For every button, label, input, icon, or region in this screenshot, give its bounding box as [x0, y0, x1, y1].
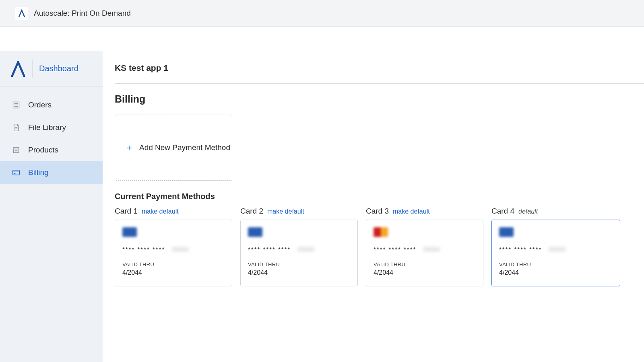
- app-logo-icon: [15, 7, 28, 20]
- card-brand-icon: [374, 227, 388, 237]
- payment-card-1: Card 1 make default **** **** **** 0000 …: [115, 207, 232, 286]
- secondary-bar: [0, 27, 644, 51]
- valid-thru-label: VALID THRU: [499, 261, 613, 267]
- card-body[interactable]: **** **** **** 0000 VALID THRU 4/2044: [366, 220, 483, 286]
- card-body[interactable]: **** **** **** 0000 VALID THRU 4/2044: [115, 220, 232, 286]
- top-app-bar: Autoscale: Print On Demand: [0, 0, 644, 27]
- card-title: Card 3: [366, 207, 389, 216]
- sidebar-item-label: File Library: [28, 123, 66, 132]
- add-payment-label: Add New Payment Method: [139, 143, 230, 152]
- list-icon: [11, 100, 21, 110]
- make-default-link[interactable]: make default: [267, 208, 304, 215]
- file-icon: [11, 123, 21, 132]
- storefront-icon: [11, 145, 21, 155]
- credit-card-icon: [11, 168, 21, 177]
- card-last4: 0000: [298, 246, 314, 253]
- default-badge: default: [518, 208, 538, 215]
- current-methods-title: Current Payment Methods: [115, 192, 644, 201]
- card-last4: 0000: [423, 246, 440, 253]
- add-payment-method-button[interactable]: ＋ Add New Payment Method: [115, 115, 232, 181]
- valid-thru-label: VALID THRU: [374, 261, 476, 267]
- section-title: Billing: [115, 93, 644, 105]
- brand-logo-icon: [9, 60, 27, 78]
- sidebar-item-products[interactable]: Products: [0, 139, 103, 161]
- card-brand-icon: [248, 227, 262, 237]
- vertical-divider: [32, 60, 33, 78]
- payment-card-3: Card 3 make default **** **** **** 0000 …: [366, 207, 483, 286]
- card-mask: **** **** ****: [248, 246, 291, 253]
- app-title: Autoscale: Print On Demand: [34, 9, 131, 18]
- card-brand-icon: [122, 227, 137, 237]
- payment-card-2: Card 2 make default **** **** **** 0000 …: [240, 207, 358, 286]
- make-default-link[interactable]: make default: [393, 208, 430, 215]
- valid-thru-label: VALID THRU: [122, 261, 225, 267]
- card-expiry: 4/2044: [374, 269, 476, 276]
- sidebar: Dashboard Orders File Library Products: [0, 51, 103, 362]
- card-title: Card 4: [491, 207, 514, 216]
- card-expiry: 4/2044: [122, 269, 225, 276]
- payment-card-4: Card 4 default **** **** **** 0000 VALID…: [491, 207, 609, 286]
- card-title: Card 2: [240, 207, 263, 216]
- sidebar-item-label: Billing: [28, 168, 49, 177]
- sidebar-header: Dashboard: [0, 51, 103, 86]
- card-mask: **** **** ****: [122, 246, 165, 253]
- main-content: KS test app 1 Billing ＋ Add New Payment …: [103, 51, 644, 362]
- card-last4: 0000: [172, 246, 189, 253]
- card-mask: **** **** ****: [374, 246, 416, 253]
- svg-rect-6: [13, 170, 20, 175]
- card-body[interactable]: **** **** **** 0000 VALID THRU 4/2044: [491, 220, 620, 286]
- sidebar-item-label: Products: [28, 146, 58, 154]
- valid-thru-label: VALID THRU: [248, 261, 350, 267]
- dashboard-link[interactable]: Dashboard: [39, 64, 78, 73]
- card-expiry: 4/2044: [248, 269, 350, 276]
- page-app-name: KS test app 1: [115, 63, 644, 73]
- plus-icon: ＋: [125, 143, 134, 152]
- card-title: Card 1: [115, 207, 138, 216]
- card-body[interactable]: **** **** **** 0000 VALID THRU 4/2044: [240, 220, 358, 286]
- payment-methods-row: Card 1 make default **** **** **** 0000 …: [115, 207, 644, 286]
- make-default-link[interactable]: make default: [142, 208, 179, 215]
- card-brand-icon: [499, 227, 514, 237]
- card-mask: **** **** ****: [499, 246, 542, 253]
- sidebar-item-label: Orders: [28, 101, 52, 109]
- card-last4: 0000: [549, 246, 566, 253]
- sidebar-item-file-library[interactable]: File Library: [0, 116, 103, 139]
- sidebar-item-billing[interactable]: Billing: [0, 161, 103, 184]
- sidebar-item-orders[interactable]: Orders: [0, 94, 103, 116]
- card-expiry: 4/2044: [499, 269, 613, 276]
- sidebar-nav: Orders File Library Products Billing: [0, 86, 103, 184]
- divider: [115, 83, 644, 84]
